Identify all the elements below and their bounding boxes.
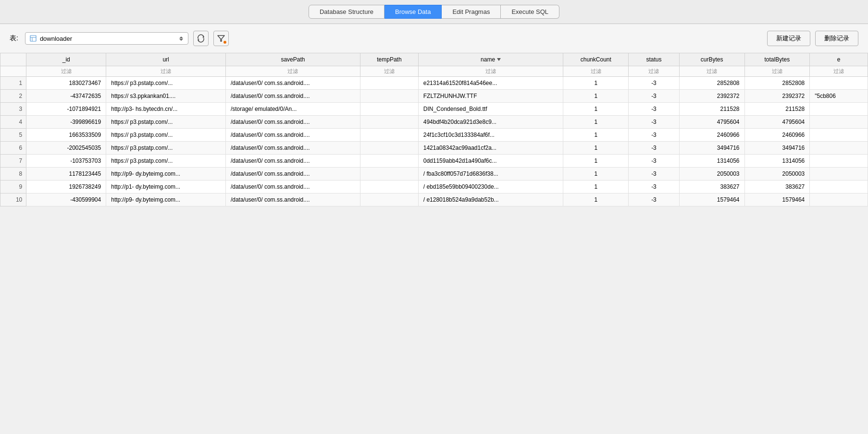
table-row[interactable]: 10-430599904http://p9- dy.byteimg.com...… [0, 193, 868, 206]
cell-e [810, 142, 868, 155]
cell-rownum: 3 [0, 103, 26, 116]
cell-temppath [360, 77, 419, 90]
tab-execute-sql[interactable]: Execute SQL [501, 5, 559, 19]
table-label: 表: [10, 34, 18, 43]
cell-url: http://p3- hs.bytecdn.cn/... [106, 103, 226, 116]
tab-database-structure[interactable]: Database Structure [309, 5, 384, 19]
cell-chunkcount: 1 [563, 142, 629, 155]
cell-curbytes: 2460966 [679, 129, 744, 142]
cell-e [810, 155, 868, 168]
new-record-button[interactable]: 新建记录 [767, 31, 810, 46]
cell-url: http://p1- dy.byteimg.com... [106, 181, 226, 193]
cell-curbytes: 2392372 [679, 90, 744, 103]
delete-record-button[interactable]: 删除记录 [815, 31, 858, 46]
column-header-row: _id url savePath tempPath name [0, 53, 868, 66]
col-header-id[interactable]: _id [26, 53, 106, 66]
cell-status: -3 [629, 77, 680, 90]
col-header-totalbytes[interactable]: totalBytes [744, 53, 810, 66]
table-row[interactable]: 3-1071894921http://p3- hs.bytecdn.cn/...… [0, 103, 868, 116]
filter-savepath[interactable]: 过滤 [225, 66, 360, 77]
filter-button[interactable] [213, 31, 229, 46]
cell-totalbytes: 4795604 [744, 116, 810, 129]
tab-browse-data[interactable]: Browse Data [384, 5, 442, 19]
filter-curbytes[interactable]: 过滤 [679, 66, 744, 77]
cell-temppath [360, 168, 419, 181]
cell-e [810, 193, 868, 206]
cell-name: e21314a61520f814a546ee... [418, 77, 563, 90]
table-row[interactable]: 51663533509https:// p3.pstatp.com/.../da… [0, 129, 868, 142]
cell-chunkcount: 1 [563, 193, 629, 206]
cell-temppath [360, 103, 419, 116]
cell-_id: 1830273467 [26, 77, 106, 90]
filter-id[interactable]: 过滤 [26, 66, 106, 77]
table-row[interactable]: 4-399896619https:// p3.pstatp.com/.../da… [0, 116, 868, 129]
cell-status: -3 [629, 181, 680, 193]
cell-e [810, 103, 868, 116]
filter-url[interactable]: 过滤 [106, 66, 226, 77]
cell-totalbytes: 2460966 [744, 129, 810, 142]
cell-savepath: /storage/ emulated/0/An... [225, 103, 360, 116]
refresh-button[interactable] [193, 31, 209, 46]
filter-temppath[interactable]: 过滤 [360, 66, 419, 77]
col-header-name[interactable]: name [418, 53, 563, 66]
col-header-chunkcount[interactable]: chunkCount [563, 53, 629, 66]
cell-savepath: /data/user/0/ com.ss.android.... [225, 142, 360, 155]
cell-temppath [360, 193, 419, 206]
filter-name[interactable]: 过滤 [418, 66, 563, 77]
cell-savepath: /data/user/0/ com.ss.android.... [225, 90, 360, 103]
cell-e: "5cb806 [810, 90, 868, 103]
cell-rownum: 9 [0, 181, 26, 193]
cell-_id: -399896619 [26, 116, 106, 129]
table-row[interactable]: 91926738249http://p1- dy.byteimg.com.../… [0, 181, 868, 193]
filter-totalbytes[interactable]: 过滤 [744, 66, 810, 77]
cell-chunkcount: 1 [563, 90, 629, 103]
cell-chunkcount: 1 [563, 77, 629, 90]
cell-chunkcount: 1 [563, 168, 629, 181]
cell-chunkcount: 1 [563, 155, 629, 168]
table-icon [29, 35, 37, 42]
toolbar: 表: downloader 新建记录 删除记录 [0, 24, 868, 53]
table-select-arrow[interactable] [178, 36, 184, 41]
col-header-curbytes[interactable]: curBytes [679, 53, 744, 66]
table-row[interactable]: 6-2002545035https:// p3.pstatp.com/.../d… [0, 142, 868, 155]
cell-_id: -2002545035 [26, 142, 106, 155]
cell-rownum: 1 [0, 77, 26, 90]
data-table-container: _id url savePath tempPath name [0, 53, 868, 206]
col-header-temppath[interactable]: tempPath [360, 53, 419, 66]
cell-name: FZLTZHUNHJW.TTF [418, 90, 563, 103]
cell-curbytes: 211528 [679, 103, 744, 116]
selected-table-name: downloader [40, 35, 175, 42]
col-header-status[interactable]: status [629, 53, 680, 66]
cell-url: http://p9- dy.byteimg.com... [106, 193, 226, 206]
cell-status: -3 [629, 129, 680, 142]
cell-status: -3 [629, 142, 680, 155]
filter-chunkcount[interactable]: 过滤 [563, 66, 629, 77]
table-row[interactable]: 81178123445http://p9- dy.byteimg.com.../… [0, 168, 868, 181]
cell-url: https:// p3.pstatp.com/... [106, 142, 226, 155]
table-row[interactable]: 7-103753703https:// p3.pstatp.com/.../da… [0, 155, 868, 168]
filter-status[interactable]: 过滤 [629, 66, 680, 77]
cell-status: -3 [629, 193, 680, 206]
cell-totalbytes: 2392372 [744, 90, 810, 103]
cell-savepath: /data/user/0/ com.ss.android.... [225, 77, 360, 90]
filter-row: 过滤 过滤 过滤 过滤 过滤 过滤 过滤 过滤 过滤 过滤 [0, 66, 868, 77]
cell-temppath [360, 129, 419, 142]
cell-curbytes: 383627 [679, 181, 744, 193]
tab-edit-pragmas[interactable]: Edit Pragmas [442, 5, 501, 19]
col-header-savepath[interactable]: savePath [225, 53, 360, 66]
table-selector[interactable]: downloader [25, 32, 188, 45]
cell-url: https:// p3.pstatp.com/... [106, 116, 226, 129]
cell-chunkcount: 1 [563, 103, 629, 116]
col-header-e[interactable]: e [810, 53, 868, 66]
col-header-url[interactable]: url [106, 53, 226, 66]
svg-rect-0 [30, 36, 36, 41]
table-row[interactable]: 11830273467https:// p3.pstatp.com/.../da… [0, 77, 868, 90]
filter-e[interactable]: 过滤 [810, 66, 868, 77]
cell-totalbytes: 1579464 [744, 193, 810, 206]
cell-rownum: 10 [0, 193, 26, 206]
cell-savepath: /data/user/0/ com.ss.android.... [225, 181, 360, 193]
table-row[interactable]: 2-437472635https:// s3.ppkankan01..../da… [0, 90, 868, 103]
cell-rownum: 2 [0, 90, 26, 103]
cell-e [810, 116, 868, 129]
table-body: 11830273467https:// p3.pstatp.com/.../da… [0, 77, 868, 206]
